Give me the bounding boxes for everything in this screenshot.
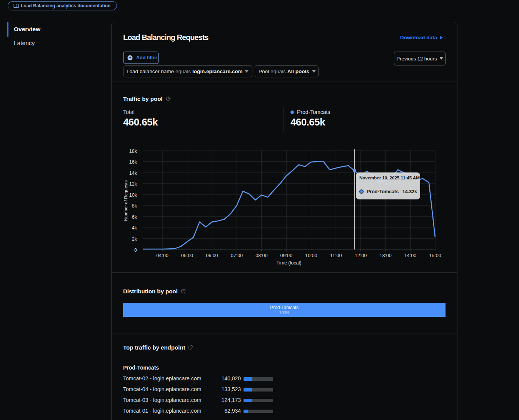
svg-text:4k: 4k xyxy=(132,225,137,231)
svg-text:14:00: 14:00 xyxy=(404,253,416,258)
svg-text:Time (local): Time (local) xyxy=(277,260,302,266)
svg-text:8k: 8k xyxy=(132,203,137,209)
svg-text:0: 0 xyxy=(134,248,137,253)
svg-text:07:00: 07:00 xyxy=(231,253,243,258)
svg-text:15:00: 15:00 xyxy=(429,253,441,258)
svg-text:Number of Requests: Number of Requests xyxy=(123,180,128,221)
svg-text:18k: 18k xyxy=(129,149,137,154)
svg-text:09:00: 09:00 xyxy=(280,253,292,258)
svg-text:16k: 16k xyxy=(129,159,137,165)
svg-text:12k: 12k xyxy=(129,181,137,187)
svg-text:11:00: 11:00 xyxy=(330,253,342,258)
svg-text:08:00: 08:00 xyxy=(255,253,267,258)
svg-text:05:00: 05:00 xyxy=(181,253,193,258)
svg-text:10k: 10k xyxy=(129,192,137,198)
svg-text:12:00: 12:00 xyxy=(355,253,367,258)
svg-text:04:00: 04:00 xyxy=(156,253,168,258)
svg-text:10:00: 10:00 xyxy=(305,253,317,258)
svg-text:13:00: 13:00 xyxy=(379,253,391,258)
svg-text:6k: 6k xyxy=(132,214,137,220)
svg-text:14k: 14k xyxy=(129,171,137,176)
svg-text:06:00: 06:00 xyxy=(206,253,218,258)
svg-text:2k: 2k xyxy=(132,236,137,242)
